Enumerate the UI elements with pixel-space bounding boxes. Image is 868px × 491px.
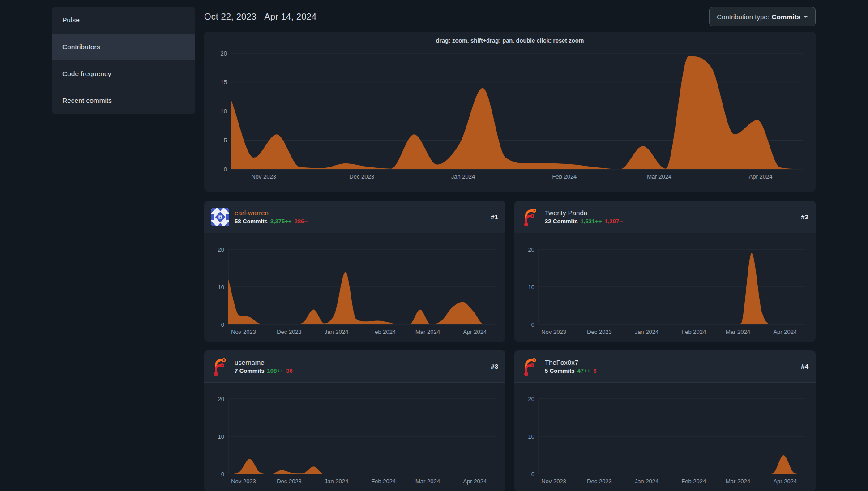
forgejo-logo-icon: [522, 208, 539, 226]
svg-text:10: 10: [528, 433, 534, 440]
svg-text:0: 0: [531, 321, 534, 328]
svg-text:Nov 2023: Nov 2023: [541, 329, 566, 335]
forgejo-logo-icon: [522, 358, 539, 376]
contributor-card-3: username 7 Commits108++36-- #3 01020Nov …: [204, 350, 505, 491]
svg-text:Apr 2024: Apr 2024: [749, 173, 773, 180]
overall-chart-card: drag: zoom, shift+drag: pan, double clic…: [204, 32, 816, 192]
svg-text:Jan 2024: Jan 2024: [635, 478, 659, 485]
contributor-card-2: Twenty Panda 32 Commits1,531++1,297-- #2…: [514, 201, 816, 342]
contributor-rank: #1: [491, 213, 498, 221]
svg-text:Apr 2024: Apr 2024: [463, 478, 487, 485]
contributor-commit-count: 32 Commits: [545, 218, 578, 225]
svg-text:Nov 2023: Nov 2023: [231, 478, 256, 485]
contributor-additions: 1,531++: [581, 218, 602, 225]
contributor-chart[interactable]: 01020Nov 2023Dec 2023Jan 2024Feb 2024Mar…: [209, 389, 501, 487]
svg-text:Jan 2024: Jan 2024: [325, 478, 349, 485]
contributor-rank: #4: [801, 363, 808, 370]
contributor-stats: 58 Commits3,375++286--: [235, 218, 308, 225]
svg-text:20: 20: [218, 246, 224, 253]
svg-text:Mar 2024: Mar 2024: [415, 329, 440, 335]
contributor-identity: TheFox0x7 5 Commits47++6--: [545, 359, 600, 374]
contributor-name: username: [235, 359, 296, 366]
topbar: Oct 22, 2023 - Apr 14, 2024 Contribution…: [204, 7, 816, 26]
contributor-card-header: TheFox0x7 5 Commits47++6-- #4: [514, 350, 816, 383]
svg-text:10: 10: [221, 108, 227, 115]
contributor-commit-count: 5 Commits: [545, 367, 574, 374]
svg-text:Mar 2024: Mar 2024: [415, 478, 440, 485]
svg-text:20: 20: [218, 396, 224, 402]
main-content: Oct 22, 2023 - Apr 14, 2024 Contribution…: [204, 7, 816, 491]
contributor-additions: 108++: [267, 367, 283, 374]
sidebar-item-code-frequency[interactable]: Code frequency: [52, 60, 195, 87]
svg-text:20: 20: [528, 396, 534, 402]
contribution-type-label: Contribution type:: [717, 13, 770, 21]
contributor-card-header: Twenty Panda 32 Commits1,531++1,297-- #2: [514, 201, 816, 233]
sidebar-item-contributors[interactable]: Contributors: [52, 34, 195, 60]
sidebar-item-recent-commits[interactable]: Recent commits: [52, 87, 195, 114]
contributor-card-1: earl-warren 58 Commits3,375++286-- #1 01…: [204, 201, 505, 342]
contributor-identity: Twenty Panda 32 Commits1,531++1,297--: [545, 209, 623, 225]
contributor-stats: 7 Commits108++36--: [235, 367, 296, 374]
contributor-additions: 47++: [577, 367, 590, 374]
contribution-type-value: Commits: [772, 13, 800, 21]
activity-sidebar: Pulse Contributors Code frequency Recent…: [52, 7, 195, 114]
contributor-additions: 3,375++: [270, 218, 292, 225]
contributor-chart[interactable]: 01020Nov 2023Dec 2023Jan 2024Feb 2024Mar…: [209, 239, 501, 338]
svg-text:10: 10: [528, 284, 534, 290]
date-range-heading: Oct 22, 2023 - Apr 14, 2024: [204, 12, 316, 22]
svg-text:20: 20: [528, 246, 534, 253]
svg-text:Jan 2024: Jan 2024: [325, 329, 349, 335]
contributor-cards-grid: earl-warren 58 Commits3,375++286-- #1 01…: [204, 201, 816, 491]
contributor-avatar-identicon: [211, 208, 229, 226]
svg-text:Feb 2024: Feb 2024: [681, 478, 706, 485]
overall-contributions-chart[interactable]: 05101520Nov 2023Dec 2023Jan 2024Feb 2024…: [211, 46, 809, 183]
svg-text:Dec 2023: Dec 2023: [587, 329, 612, 335]
svg-text:Nov 2023: Nov 2023: [231, 329, 256, 335]
svg-text:Mar 2024: Mar 2024: [647, 173, 671, 180]
svg-text:0: 0: [221, 471, 224, 478]
svg-text:0: 0: [221, 321, 224, 328]
contributor-name: TheFox0x7: [545, 359, 600, 366]
svg-text:Feb 2024: Feb 2024: [681, 329, 706, 335]
svg-text:0: 0: [224, 166, 227, 173]
forgejo-contributors-page: Pulse Contributors Code frequency Recent…: [0, 0, 868, 491]
svg-text:10: 10: [218, 284, 224, 290]
svg-text:Dec 2023: Dec 2023: [587, 478, 612, 485]
svg-text:Feb 2024: Feb 2024: [371, 329, 396, 335]
svg-text:20: 20: [221, 50, 227, 57]
svg-text:10: 10: [218, 433, 224, 440]
contributor-deletions: 36--: [286, 367, 296, 374]
contributor-deletions: 1,297--: [604, 218, 623, 225]
svg-text:5: 5: [224, 137, 227, 144]
contributor-chart[interactable]: 01020Nov 2023Dec 2023Jan 2024Feb 2024Mar…: [519, 239, 811, 338]
svg-text:Dec 2023: Dec 2023: [277, 329, 302, 335]
svg-text:Jan 2024: Jan 2024: [451, 173, 475, 180]
svg-text:Dec 2023: Dec 2023: [277, 478, 302, 485]
svg-text:0: 0: [531, 471, 534, 478]
contributor-identity: username 7 Commits108++36--: [235, 359, 296, 374]
svg-text:Feb 2024: Feb 2024: [552, 173, 577, 180]
svg-text:Nov 2023: Nov 2023: [251, 173, 276, 180]
sidebar-item-pulse[interactable]: Pulse: [52, 7, 195, 34]
contributor-deletions: 6--: [593, 367, 600, 374]
svg-text:Nov 2023: Nov 2023: [541, 478, 566, 485]
svg-text:15: 15: [221, 79, 227, 85]
svg-text:Apr 2024: Apr 2024: [773, 478, 797, 485]
contributor-name-link[interactable]: earl-warren: [235, 209, 308, 217]
svg-text:Jan 2024: Jan 2024: [635, 329, 659, 335]
contributor-card-4: TheFox0x7 5 Commits47++6-- #4 01020Nov 2…: [514, 350, 816, 491]
contributor-card-header: username 7 Commits108++36-- #3: [204, 350, 505, 383]
svg-text:Dec 2023: Dec 2023: [349, 173, 374, 180]
contributor-commit-count: 58 Commits: [235, 218, 268, 225]
contribution-type-dropdown[interactable]: Contribution type: Commits: [709, 7, 816, 26]
contributor-chart[interactable]: 01020Nov 2023Dec 2023Jan 2024Feb 2024Mar…: [519, 389, 811, 487]
svg-text:Apr 2024: Apr 2024: [773, 329, 797, 335]
svg-text:Apr 2024: Apr 2024: [463, 329, 487, 335]
contributor-stats: 32 Commits1,531++1,297--: [545, 218, 623, 225]
contributor-card-header: earl-warren 58 Commits3,375++286-- #1: [204, 201, 505, 233]
contributor-rank: #2: [801, 213, 808, 221]
contributor-commit-count: 7 Commits: [235, 367, 264, 374]
svg-text:Feb 2024: Feb 2024: [371, 478, 396, 485]
contributor-deletions: 286--: [294, 218, 308, 225]
svg-text:Mar 2024: Mar 2024: [726, 329, 750, 335]
